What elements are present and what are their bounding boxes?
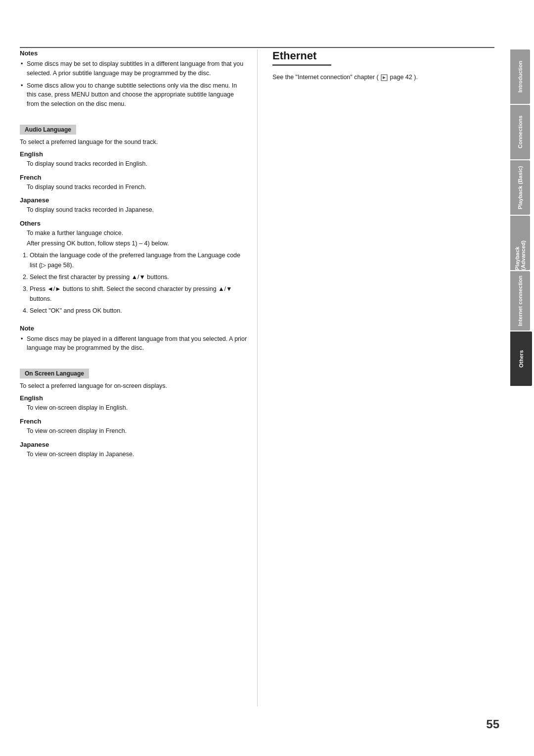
page-number: 55: [486, 717, 499, 731]
notes-title: Notes: [20, 49, 247, 57]
step-4: Select "OK" and press OK button.: [30, 306, 247, 316]
sidebar-tab-playback-advanced[interactable]: Playback (Advanced): [510, 216, 530, 270]
audio-others-steps: Obtain the language code of the preferre…: [30, 250, 247, 316]
audio-english-heading: English: [20, 150, 247, 158]
notes-item-2: Some discs allow you to change subtitle …: [20, 81, 247, 109]
right-column: Ethernet See the "Internet connection" c…: [257, 49, 507, 707]
sidebar-tabs: Introduction Connections Playback (Basic…: [510, 49, 534, 386]
audio-others-extra: After pressing OK button, follow steps 1…: [27, 239, 247, 248]
on-screen-language-label: On Screen Language: [20, 369, 89, 378]
ethernet-title: Ethernet: [272, 49, 331, 66]
notes-list: Some discs may be set to display subtitl…: [20, 59, 247, 109]
svg-marker-1: [383, 76, 386, 79]
left-column: Notes Some discs may be set to display s…: [20, 49, 257, 707]
sidebar-tab-internet-connection[interactable]: Internet connection: [510, 271, 530, 331]
arrow-page-icon: [381, 74, 388, 81]
sidebar-tab-introduction[interactable]: Introduction: [510, 49, 530, 104]
audio-others-heading: Others: [20, 220, 247, 227]
audio-japanese-text: To display sound tracks recorded in Japa…: [27, 205, 247, 215]
sidebar-tab-playback-basic[interactable]: Playback (Basic): [510, 160, 530, 215]
onscreen-japanese-text: To view on-screen display in Japanese.: [27, 450, 247, 459]
audio-french-text: To display sound tracks recorded in Fren…: [27, 183, 247, 192]
sidebar-tab-connections[interactable]: Connections: [510, 105, 530, 159]
onscreen-french-heading: French: [20, 418, 247, 425]
step-2: Select the first character by pressing ▲…: [30, 272, 247, 282]
onscreen-english-text: To view on-screen display in English.: [27, 403, 247, 413]
main-content: Notes Some discs may be set to display s…: [20, 49, 507, 707]
audio-others-text: To make a further language choice.: [27, 229, 247, 238]
note-title: Note: [20, 325, 247, 332]
step-3: Press ◄/► buttons to shift. Select the s…: [30, 284, 247, 304]
audio-french-heading: French: [20, 174, 247, 181]
onscreen-japanese-heading: Japanese: [20, 441, 247, 448]
sidebar-tab-others[interactable]: Others: [510, 331, 532, 386]
ethernet-description: See the "Internet connection" chapter ( …: [272, 73, 507, 82]
step-1: Obtain the language code of the preferre…: [30, 250, 247, 270]
note-list: Some discs may be played in a different …: [20, 334, 247, 353]
ethernet-page-ref: page 42: [390, 74, 412, 81]
page-container: Introduction Connections Playback (Basic…: [0, 0, 534, 756]
audio-language-label: Audio Language: [20, 125, 76, 135]
ethernet-text-before: See the "Internet connection" chapter (: [272, 74, 379, 81]
audio-english-text: To display sound tracks recorded in Engl…: [27, 159, 247, 169]
notes-item-1: Some discs may be set to display subtitl…: [20, 59, 247, 78]
on-screen-language-intro: To select a preferred language for on-sc…: [20, 382, 247, 389]
onscreen-english-heading: English: [20, 394, 247, 402]
audio-language-intro: To select a preferred language for the s…: [20, 139, 247, 145]
onscreen-french-text: To view on-screen display in French.: [27, 426, 247, 436]
audio-japanese-heading: Japanese: [20, 196, 247, 204]
top-divider-line: [20, 47, 494, 48]
ethernet-text-after: ).: [414, 74, 418, 81]
note-item-1: Some discs may be played in a different …: [20, 334, 247, 353]
